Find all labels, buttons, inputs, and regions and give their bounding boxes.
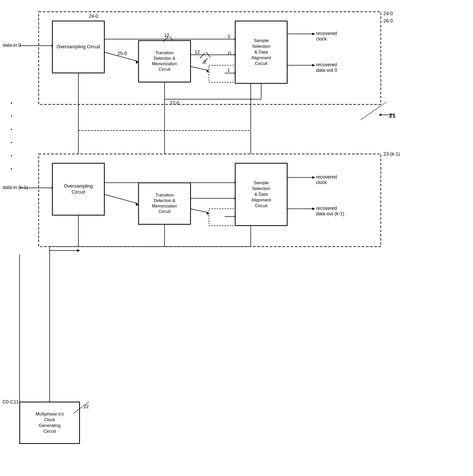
svg-marker-22 xyxy=(206,69,209,73)
label-c0-c11: C0-C11 xyxy=(3,399,19,405)
svg-line-44 xyxy=(104,194,138,204)
label-g: G xyxy=(228,51,231,56)
label-data-in-k1: data-in (k-1) xyxy=(3,185,28,190)
label-25-0: 25-0 xyxy=(118,51,127,56)
label-23-0: 24-0 xyxy=(383,11,393,16)
svg-marker-37 xyxy=(312,33,315,35)
label-recovered-data-out-k1: recovereddata-out (k-1) xyxy=(316,206,344,217)
label-recovered-clock-top: recoveredclock xyxy=(316,31,337,42)
bus-slash-2 xyxy=(201,57,209,65)
diagram-container: Oversampling Circuit TransitionDetection… xyxy=(0,0,473,476)
svg-marker-17 xyxy=(136,60,138,64)
svg-marker-49 xyxy=(206,211,209,215)
label-recovered-data-out-0: recovereddata-out 0 xyxy=(316,62,337,73)
svg-line-79 xyxy=(360,102,387,120)
label-recovered-clock-bottom: recoveredclock xyxy=(316,174,337,185)
label-23-k1: 23-(k-1) xyxy=(383,151,400,157)
label-data-in-0: data-in 0 xyxy=(3,43,21,48)
dots-indicator: ······ xyxy=(10,97,13,175)
tdm-circuit-top: TransitionDetection &MemorizationCircuit xyxy=(138,40,191,82)
svg-marker-61 xyxy=(312,207,315,210)
svg-line-20 xyxy=(206,52,210,57)
ssda-circuit-top: SampleSelection& DataAlignmentCircuit xyxy=(235,21,287,84)
label-27-0: 27-0 xyxy=(170,100,179,106)
ref-21-diagonal xyxy=(360,99,392,120)
svg-line-80 xyxy=(73,402,89,414)
svg-marker-59 xyxy=(312,176,315,179)
label-26-0: 26-0 xyxy=(383,18,393,24)
tdm-circuit-bottom: TransitionDetection &MemorizationCircuit xyxy=(138,183,191,224)
svg-line-81 xyxy=(163,37,168,42)
ssda-circuit-bottom: SampleSelection& DataAlignmentCircuit xyxy=(235,163,287,226)
svg-marker-45 xyxy=(136,202,138,206)
svg-rect-9 xyxy=(209,65,235,82)
bus-slash-top xyxy=(162,35,170,43)
svg-marker-39 xyxy=(312,64,315,67)
label-24-0: 24-0 xyxy=(89,14,98,19)
label-l: L xyxy=(228,67,230,73)
ref-22-diagonal xyxy=(73,399,94,415)
svg-line-48 xyxy=(191,209,208,213)
oversampling-circuit-top: Oversampling Circuit xyxy=(52,21,104,73)
svg-line-83 xyxy=(202,58,208,63)
svg-rect-10 xyxy=(209,209,235,226)
oversampling-circuit-bottom: OversamplingCircuit xyxy=(52,163,104,215)
svg-marker-64 xyxy=(77,249,80,252)
multiphase-clock-circuit: Multiphase (n)ClockGeneratingCircuit xyxy=(20,402,80,444)
label-s: S xyxy=(227,34,230,39)
svg-line-21 xyxy=(191,67,208,70)
